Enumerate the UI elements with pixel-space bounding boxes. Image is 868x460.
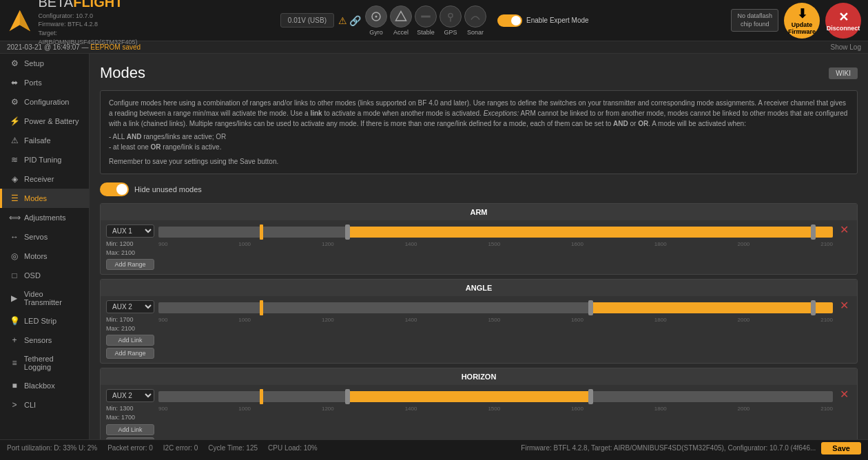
- sidebar-item-sensors[interactable]: + Sensors: [0, 331, 89, 350]
- sidebar-label-receiver: Receiver: [24, 175, 54, 183]
- mode-name: ANGLE: [107, 284, 850, 292]
- sidebar-item-video-tx[interactable]: ▶ Video Transmitter: [0, 285, 89, 311]
- sidebar-item-pid[interactable]: ≋ PID Tuning: [0, 150, 89, 169]
- scale-label: 2100: [820, 241, 833, 247]
- remove-mode-button[interactable]: ✕: [837, 300, 851, 311]
- info-text: Configure modes here using a combination…: [109, 98, 849, 129]
- scale-numbers: 90010001200140015001600180020002100: [158, 241, 833, 247]
- mode-name: ARM: [107, 208, 850, 216]
- slider-handle-left[interactable]: [345, 389, 350, 404]
- header-right: No dataflash chip found ⬇ Update Firmwar…: [731, 3, 861, 39]
- sidebar-item-osd[interactable]: □ OSD: [0, 266, 89, 285]
- disconnect-button[interactable]: ✕ Disconnect: [825, 3, 861, 39]
- mode-slider-col: 90010001200140015001600180020002100: [158, 224, 833, 247]
- position-marker: [260, 300, 263, 315]
- sidebar-item-receiver[interactable]: ◈ Receiver: [0, 169, 89, 189]
- sidebar-item-configuration[interactable]: ⚙ Configuration: [0, 92, 89, 112]
- cpu-load: CPU Load: 10%: [268, 444, 318, 452]
- port-util: Port utilization: D: 33% U: 2%: [7, 444, 97, 452]
- scale-label: 900: [158, 317, 167, 323]
- slider-handle-right[interactable]: [811, 300, 816, 315]
- scale-label: 1400: [405, 241, 417, 247]
- main-layout: ⚙ Setup ⬌ Ports ⚙ Configuration ⚡ Power …: [0, 54, 868, 439]
- receiver-icon: ◈: [9, 174, 20, 184]
- sidebar-item-ports[interactable]: ⬌ Ports: [0, 73, 89, 92]
- update-icon: ⬇: [797, 6, 807, 21]
- add-btn-add-range[interactable]: Add Range: [106, 259, 154, 270]
- tethered-icon: ≡: [9, 358, 20, 368]
- remove-mode-button[interactable]: ✕: [837, 224, 851, 236]
- svg-rect-4: [421, 15, 431, 17]
- slider-track[interactable]: [158, 302, 833, 313]
- setup-icon: ⚙: [9, 59, 20, 68]
- osd-icon: □: [9, 271, 20, 280]
- sidebar-label-power: Power & Battery: [24, 117, 79, 125]
- motors-icon: ◎: [9, 251, 20, 261]
- sidebar-item-setup[interactable]: ⚙ Setup: [0, 54, 89, 73]
- mode-left-col: AUX 1AUX 2AUX 3AUX 4AUX 5Min: 1700Max: 2…: [106, 300, 154, 359]
- sidebar-item-failsafe[interactable]: ⚠ Failsafe: [0, 131, 89, 150]
- sidebar-item-led[interactable]: 💡 LED Strip: [0, 311, 89, 331]
- sidebar-item-motors[interactable]: ◎ Motors: [0, 247, 89, 266]
- add-btn-add-link[interactable]: Add Link: [106, 335, 154, 346]
- hide-unused-row: Hide unused modes: [100, 182, 858, 196]
- aux-select[interactable]: AUX 1AUX 2AUX 3AUX 4AUX 5: [106, 300, 154, 313]
- logo-beta: BETA: [38, 0, 73, 10]
- cycle-time: Cycle Time: 125: [208, 444, 258, 452]
- save-button[interactable]: Save: [821, 442, 861, 454]
- sidebar-item-power[interactable]: ⚡ Power & Battery: [0, 112, 89, 131]
- sidebar-item-blackbox[interactable]: ■ Blackbox: [0, 376, 89, 395]
- expert-mode-switch[interactable]: [497, 14, 522, 27]
- cli-icon: >: [9, 400, 20, 410]
- update-label: Update: [792, 21, 813, 28]
- add-btn-add-range[interactable]: Add Range: [106, 437, 154, 439]
- sidebar-item-tethered-logging[interactable]: ≡ Tethered Logging: [0, 350, 89, 376]
- sidebar-item-servos[interactable]: ↔ Servos: [0, 227, 89, 247]
- slider-handle-right[interactable]: [588, 389, 593, 404]
- video-icon: ▶: [9, 293, 20, 303]
- hide-unused-label: Hide unused modes: [134, 185, 202, 194]
- save-reminder: Remember to save your settings using the…: [109, 156, 849, 167]
- wiki-button[interactable]: WIKI: [829, 67, 858, 79]
- pid-icon: ≋: [9, 155, 20, 165]
- scale-label: 2000: [737, 317, 750, 323]
- sensors-icon: +: [9, 335, 20, 345]
- gps-sensor: GPS: [440, 6, 462, 36]
- update-firmware-button[interactable]: ⬇ Update Firmware: [784, 3, 820, 39]
- gyro-circle: [365, 6, 387, 28]
- aux-select[interactable]: AUX 1AUX 2AUX 3AUX 4AUX 5: [106, 389, 154, 402]
- scale-label: 1800: [654, 241, 667, 247]
- sidebar-item-adjustments[interactable]: ⟺ Adjustments: [0, 208, 89, 227]
- sidebar-item-cli[interactable]: > CLI: [0, 395, 89, 415]
- scale-label: 1500: [488, 241, 500, 247]
- sidebar-label-pid: PID Tuning: [24, 156, 61, 164]
- slider-handle-left[interactable]: [345, 224, 350, 240]
- slider-track[interactable]: [158, 391, 833, 402]
- scale-label: 1600: [571, 406, 583, 412]
- gyro-sensor: Gyro: [365, 6, 387, 36]
- page-title-row: Modes WIKI: [100, 64, 858, 82]
- scale-label: 1500: [488, 317, 500, 323]
- scale-label: 1200: [322, 241, 334, 247]
- slider-handle-left[interactable]: [588, 300, 593, 315]
- hide-unused-toggle[interactable]: [100, 182, 129, 196]
- slider-track[interactable]: [158, 227, 833, 238]
- info-list-and: - ALL AND ranges/links are active; OR: [109, 132, 849, 142]
- blackbox-icon: ■: [9, 381, 20, 390]
- mode-section-angle: ANGLEAUX 1AUX 2AUX 3AUX 4AUX 5Min: 1700M…: [100, 279, 858, 364]
- sidebar-item-modes[interactable]: ☰ Modes: [0, 189, 89, 208]
- expert-mode-toggle[interactable]: Enable Expert Mode: [497, 14, 589, 27]
- slider-fill: [347, 391, 590, 402]
- add-btn-add-range[interactable]: Add Range: [106, 348, 154, 359]
- slider-handle-right[interactable]: [811, 224, 816, 240]
- remove-mode-button[interactable]: ✕: [837, 389, 851, 400]
- slider-fill: [347, 227, 833, 238]
- add-btn-add-link[interactable]: Add Link: [106, 424, 154, 435]
- sidebar-label-failsafe: Failsafe: [24, 136, 51, 145]
- sidebar-label-ports: Ports: [24, 79, 42, 87]
- scale-label: 2000: [737, 241, 750, 247]
- scale-label: 2100: [820, 317, 833, 323]
- show-log-button[interactable]: Show Log: [831, 43, 861, 51]
- scale-label: 1000: [238, 241, 251, 247]
- aux-select[interactable]: AUX 1AUX 2AUX 3AUX 4AUX 5: [106, 224, 154, 238]
